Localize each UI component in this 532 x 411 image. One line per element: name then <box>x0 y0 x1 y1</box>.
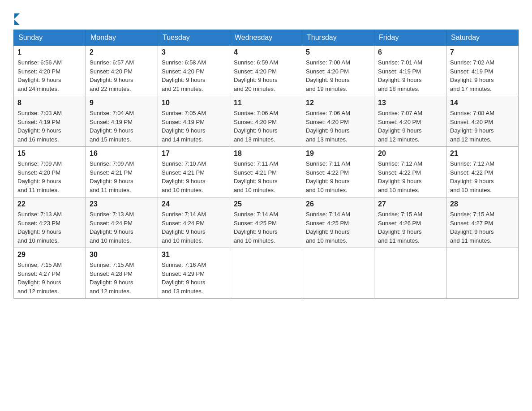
day-info: Sunrise: 7:12 AMSunset: 4:22 PMDaylight:… <box>378 159 442 194</box>
day-info: Sunrise: 7:06 AMSunset: 4:20 PMDaylight:… <box>306 109 370 144</box>
day-info: Sunrise: 7:02 AMSunset: 4:19 PMDaylight:… <box>450 58 515 93</box>
day-info: Sunrise: 6:58 AMSunset: 4:20 PMDaylight:… <box>162 58 226 93</box>
calendar-day-cell: 19Sunrise: 7:11 AMSunset: 4:22 PMDayligh… <box>302 147 374 197</box>
day-info: Sunrise: 7:08 AMSunset: 4:20 PMDaylight:… <box>450 109 515 144</box>
calendar-week-row: 8Sunrise: 7:03 AMSunset: 4:19 PMDaylight… <box>14 96 519 147</box>
day-of-week-header: Monday <box>86 30 158 46</box>
calendar-day-cell: 28Sunrise: 7:15 AMSunset: 4:27 PMDayligh… <box>446 197 519 248</box>
calendar-day-cell: 15Sunrise: 7:09 AMSunset: 4:20 PMDayligh… <box>14 147 86 197</box>
calendar-week-row: 29Sunrise: 7:15 AMSunset: 4:27 PMDayligh… <box>14 248 519 299</box>
day-info: Sunrise: 7:15 AMSunset: 4:26 PMDaylight:… <box>378 210 442 245</box>
calendar-day-cell: 4Sunrise: 6:59 AMSunset: 4:20 PMDaylight… <box>230 46 302 96</box>
day-number: 6 <box>378 48 442 56</box>
day-info: Sunrise: 7:01 AMSunset: 4:19 PMDaylight:… <box>378 58 442 93</box>
day-number: 2 <box>90 48 154 56</box>
calendar-week-row: 22Sunrise: 7:13 AMSunset: 4:23 PMDayligh… <box>14 197 519 248</box>
day-number: 23 <box>90 200 154 208</box>
day-info: Sunrise: 6:57 AMSunset: 4:20 PMDaylight:… <box>90 58 154 93</box>
calendar-week-row: 1Sunrise: 6:56 AMSunset: 4:20 PMDaylight… <box>14 46 519 96</box>
day-info: Sunrise: 7:00 AMSunset: 4:20 PMDaylight:… <box>306 58 370 93</box>
calendar-day-cell: 8Sunrise: 7:03 AMSunset: 4:19 PMDaylight… <box>14 96 86 147</box>
calendar-day-cell: 25Sunrise: 7:14 AMSunset: 4:25 PMDayligh… <box>230 197 302 248</box>
calendar-day-cell: 12Sunrise: 7:06 AMSunset: 4:20 PMDayligh… <box>302 96 374 147</box>
calendar-day-cell: 21Sunrise: 7:12 AMSunset: 4:22 PMDayligh… <box>446 147 519 197</box>
day-number: 9 <box>90 99 154 107</box>
day-number: 25 <box>234 200 298 208</box>
day-number: 7 <box>450 48 515 56</box>
calendar-day-cell: 7Sunrise: 7:02 AMSunset: 4:19 PMDaylight… <box>446 46 519 96</box>
day-number: 1 <box>17 48 82 56</box>
day-of-week-header: Friday <box>374 30 446 46</box>
day-number: 10 <box>162 99 226 107</box>
day-info: Sunrise: 6:59 AMSunset: 4:20 PMDaylight:… <box>234 58 298 93</box>
day-info: Sunrise: 7:04 AMSunset: 4:19 PMDaylight:… <box>90 109 154 144</box>
day-number: 17 <box>162 150 226 158</box>
calendar-day-cell: 22Sunrise: 7:13 AMSunset: 4:23 PMDayligh… <box>14 197 86 248</box>
calendar-day-cell: 26Sunrise: 7:14 AMSunset: 4:25 PMDayligh… <box>302 197 374 248</box>
day-number: 12 <box>306 99 370 107</box>
day-info: Sunrise: 7:13 AMSunset: 4:23 PMDaylight:… <box>17 210 82 245</box>
day-number: 15 <box>17 150 82 158</box>
calendar-day-cell: 30Sunrise: 7:15 AMSunset: 4:28 PMDayligh… <box>86 248 158 299</box>
calendar-day-cell <box>374 248 446 299</box>
calendar-day-cell: 5Sunrise: 7:00 AMSunset: 4:20 PMDaylight… <box>302 46 374 96</box>
calendar-day-cell: 3Sunrise: 6:58 AMSunset: 4:20 PMDaylight… <box>158 46 230 96</box>
calendar-day-cell: 29Sunrise: 7:15 AMSunset: 4:27 PMDayligh… <box>14 248 86 299</box>
calendar-day-cell: 20Sunrise: 7:12 AMSunset: 4:22 PMDayligh… <box>374 147 446 197</box>
day-number: 16 <box>90 150 154 158</box>
day-number: 19 <box>306 150 370 158</box>
day-number: 22 <box>17 200 82 208</box>
day-number: 11 <box>234 99 298 107</box>
day-info: Sunrise: 7:16 AMSunset: 4:29 PMDaylight:… <box>162 261 226 295</box>
day-info: Sunrise: 7:14 AMSunset: 4:25 PMDaylight:… <box>234 210 298 245</box>
day-number: 26 <box>306 200 370 208</box>
day-number: 18 <box>234 150 298 158</box>
calendar-day-cell: 24Sunrise: 7:14 AMSunset: 4:24 PMDayligh… <box>158 197 230 248</box>
calendar-day-cell: 13Sunrise: 7:07 AMSunset: 4:20 PMDayligh… <box>374 96 446 147</box>
calendar-header-row: SundayMondayTuesdayWednesdayThursdayFrid… <box>14 30 519 46</box>
day-info: Sunrise: 7:06 AMSunset: 4:20 PMDaylight:… <box>234 109 298 144</box>
calendar-day-cell: 9Sunrise: 7:04 AMSunset: 4:19 PMDaylight… <box>86 96 158 147</box>
day-number: 14 <box>450 99 515 107</box>
day-info: Sunrise: 7:12 AMSunset: 4:22 PMDaylight:… <box>450 159 515 194</box>
day-info: Sunrise: 7:10 AMSunset: 4:21 PMDaylight:… <box>162 159 226 194</box>
day-info: Sunrise: 7:14 AMSunset: 4:24 PMDaylight:… <box>162 210 226 245</box>
day-of-week-header: Thursday <box>302 30 374 46</box>
page-header <box>13 9 519 25</box>
day-number: 20 <box>378 150 442 158</box>
calendar-day-cell: 31Sunrise: 7:16 AMSunset: 4:29 PMDayligh… <box>158 248 230 299</box>
calendar-day-cell <box>230 248 302 299</box>
calendar-day-cell: 6Sunrise: 7:01 AMSunset: 4:19 PMDaylight… <box>374 46 446 96</box>
calendar-day-cell: 16Sunrise: 7:09 AMSunset: 4:21 PMDayligh… <box>86 147 158 197</box>
day-number: 13 <box>378 99 442 107</box>
calendar-day-cell: 14Sunrise: 7:08 AMSunset: 4:20 PMDayligh… <box>446 96 519 147</box>
calendar-table: SundayMondayTuesdayWednesdayThursdayFrid… <box>13 30 519 299</box>
day-of-week-header: Tuesday <box>158 30 230 46</box>
day-info: Sunrise: 7:03 AMSunset: 4:19 PMDaylight:… <box>17 109 82 144</box>
day-number: 5 <box>306 48 370 56</box>
day-number: 24 <box>162 200 226 208</box>
day-number: 8 <box>17 99 82 107</box>
day-number: 30 <box>90 251 154 259</box>
day-info: Sunrise: 7:13 AMSunset: 4:24 PMDaylight:… <box>90 210 154 245</box>
calendar-day-cell: 17Sunrise: 7:10 AMSunset: 4:21 PMDayligh… <box>158 147 230 197</box>
day-of-week-header: Wednesday <box>230 30 302 46</box>
calendar-day-cell: 18Sunrise: 7:11 AMSunset: 4:21 PMDayligh… <box>230 147 302 197</box>
day-info: Sunrise: 7:09 AMSunset: 4:20 PMDaylight:… <box>17 159 82 194</box>
day-number: 29 <box>17 251 82 259</box>
day-info: Sunrise: 7:07 AMSunset: 4:20 PMDaylight:… <box>378 109 442 144</box>
calendar-day-cell <box>302 248 374 299</box>
day-info: Sunrise: 7:15 AMSunset: 4:27 PMDaylight:… <box>450 210 515 245</box>
calendar-week-row: 15Sunrise: 7:09 AMSunset: 4:20 PMDayligh… <box>14 147 519 197</box>
calendar-day-cell <box>446 248 519 299</box>
day-number: 28 <box>450 200 515 208</box>
day-info: Sunrise: 6:56 AMSunset: 4:20 PMDaylight:… <box>17 58 82 93</box>
calendar-day-cell: 1Sunrise: 6:56 AMSunset: 4:20 PMDaylight… <box>14 46 86 96</box>
logo <box>13 13 20 25</box>
day-info: Sunrise: 7:14 AMSunset: 4:25 PMDaylight:… <box>306 210 370 245</box>
day-number: 31 <box>162 251 226 259</box>
day-number: 21 <box>450 150 515 158</box>
day-number: 27 <box>378 200 442 208</box>
day-number: 3 <box>162 48 226 56</box>
calendar-day-cell: 10Sunrise: 7:05 AMSunset: 4:19 PMDayligh… <box>158 96 230 147</box>
